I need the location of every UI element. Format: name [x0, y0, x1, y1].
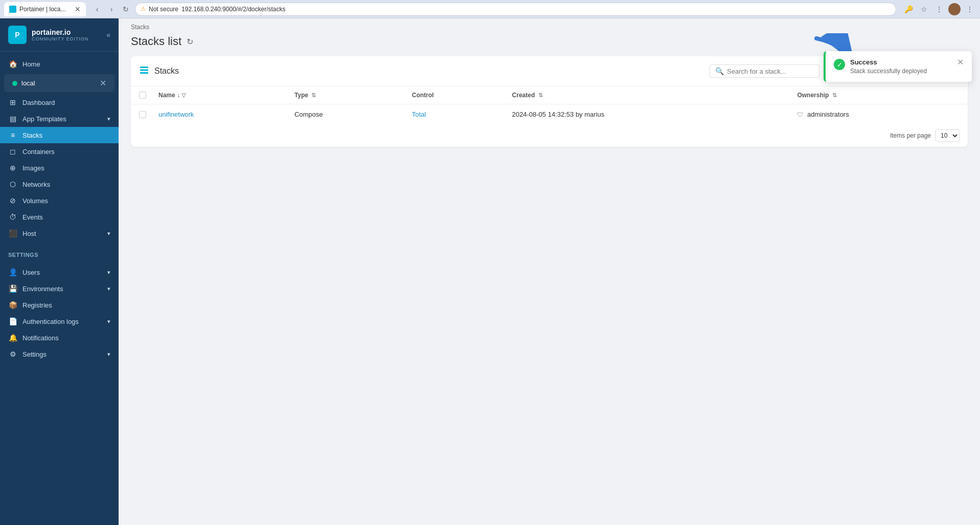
not-secure-icon: ⚠ — [141, 6, 146, 12]
logo-text: portainer.io COMMUNITY EDITION — [32, 28, 88, 41]
success-toast: ✓ Success Stack successfully deployed ✕ — [824, 51, 972, 82]
address-text: 192.168.0.240:9000/#/2/docker/stacks — [181, 6, 285, 13]
home-icon: 🏠 — [8, 60, 17, 68]
menu-icon[interactable]: ⋮ — [964, 3, 976, 15]
users-icon: 👤 — [8, 268, 17, 276]
sidebar-volumes-label: Volumes — [22, 197, 48, 205]
row-checkbox[interactable] — [139, 111, 146, 118]
browser-nav: ‹ › ↻ — [91, 3, 132, 15]
th-name[interactable]: Name ↓ ▽ — [150, 86, 286, 104]
address-bar[interactable]: ⚠ Not secure 192.168.0.240:9000/#/2/dock… — [135, 3, 896, 16]
key-icon[interactable]: 🔑 — [902, 3, 915, 15]
chevron-down-icon-env: ▾ — [107, 286, 110, 292]
search-input[interactable] — [727, 68, 814, 75]
stack-name-link[interactable]: unifinetwork — [158, 111, 194, 118]
td-name: unifinetwork — [150, 104, 286, 125]
sidebar-item-events[interactable]: ⏱ Events — [0, 209, 119, 225]
app-templates-icon: ▤ — [8, 115, 17, 123]
sidebar-logo: P portainer.io COMMUNITY EDITION « — [0, 18, 119, 52]
th-created[interactable]: Created ⇅ — [504, 86, 789, 104]
sidebar-host-label: Host — [22, 230, 36, 237]
table-header-row: Name ↓ ▽ Type ⇅ Control — [131, 86, 968, 104]
sidebar-item-host[interactable]: ⬛ Host ▾ — [0, 225, 119, 242]
images-icon: ⊕ — [8, 164, 17, 172]
filter-icon[interactable]: ▽ — [181, 92, 186, 98]
td-type: Compose — [286, 104, 404, 125]
browser-tab[interactable]: Portainer | loca... ✕ — [4, 2, 86, 16]
col-control-label: Control — [412, 92, 434, 99]
sidebar-users-label: Users — [22, 269, 40, 276]
toast-close-button[interactable]: ✕ — [957, 58, 964, 67]
th-checkbox — [131, 86, 150, 104]
bookmark-icon[interactable]: ☆ — [918, 3, 930, 15]
refresh-button[interactable]: ↻ — [187, 37, 193, 47]
select-all-checkbox[interactable] — [139, 92, 146, 99]
chevron-down-icon-users: ▾ — [107, 269, 110, 276]
sidebar-containers-label: Containers — [22, 148, 55, 156]
ownership-icon: 🛡 — [797, 111, 803, 118]
per-page-select[interactable]: 10 25 50 — [935, 129, 960, 142]
app-layout: P portainer.io COMMUNITY EDITION « 🏠 Hom… — [0, 18, 980, 525]
td-ownership: 🛡 administrators — [789, 104, 968, 125]
nav-forward-button[interactable]: › — [105, 3, 118, 15]
sidebar-notifications-label: Notifications — [22, 334, 59, 342]
sidebar-collapse-button[interactable]: « — [106, 31, 110, 39]
sidebar-item-containers[interactable]: ◻ Containers — [0, 143, 119, 160]
sidebar-events-label: Events — [22, 213, 43, 221]
col-type-label: Type — [294, 92, 308, 99]
toast-title: Success — [850, 58, 952, 66]
table-row: unifinetwork Compose Total 2024-08-05 14… — [131, 104, 968, 125]
sidebar-item-environments[interactable]: 💾 Environments ▾ — [0, 280, 119, 297]
auth-logs-icon: 📄 — [8, 317, 17, 325]
toast-container: ✓ Success Stack successfully deployed ✕ — [824, 51, 972, 82]
stacks-table-wrap: Name ↓ ▽ Type ⇅ Control — [131, 86, 968, 124]
stacks-card-icon — [139, 65, 149, 78]
col-name-label: Name ↓ — [158, 92, 180, 99]
sidebar-item-dashboard[interactable]: ⊞ Dashboard — [0, 94, 119, 111]
svg-rect-2 — [140, 72, 148, 74]
th-ownership[interactable]: Ownership ⇅ — [789, 86, 968, 104]
sort-type-icon: ⇅ — [311, 92, 316, 98]
main-content: Stacks Stacks list ↻ Stacks — [119, 18, 980, 525]
nav-back-button[interactable]: ‹ — [91, 3, 103, 15]
search-wrap[interactable]: 🔍 — [710, 64, 819, 78]
sidebar-item-volumes[interactable]: ⊘ Volumes — [0, 192, 119, 209]
content-area: Stacks 🔍 ⊘ Remove + Add stack — [119, 56, 980, 525]
td-control: Total — [404, 104, 504, 125]
sidebar-item-app-templates[interactable]: ▤ App Templates ▾ — [0, 111, 119, 127]
sidebar-environment[interactable]: local ✕ — [4, 74, 115, 92]
env-close-button[interactable]: ✕ — [100, 78, 106, 88]
sidebar-item-auth-logs[interactable]: 📄 Authentication logs ▾ — [0, 313, 119, 330]
sidebar-item-networks[interactable]: ⬡ Networks — [0, 176, 119, 192]
th-type[interactable]: Type ⇅ — [286, 86, 404, 104]
environments-icon: 💾 — [8, 285, 17, 293]
sidebar-auth-logs-label: Authentication logs — [22, 318, 79, 325]
sort-created-icon: ⇅ — [538, 92, 543, 98]
sidebar-settings-label: Settings — [22, 351, 47, 358]
sidebar-item-images[interactable]: ⊕ Images — [0, 160, 119, 176]
browser-actions: 🔑 ☆ ⋮ ⋮ — [902, 3, 976, 15]
sidebar-registries-label: Registries — [22, 301, 52, 309]
stack-type: Compose — [294, 111, 323, 118]
sidebar-item-home[interactable]: 🏠 Home — [0, 56, 119, 72]
logo-icon: P — [8, 26, 27, 44]
sidebar-main-section: 🏠 Home local ✕ ⊞ Dashboard ▤ App Templat… — [0, 52, 119, 246]
extensions-icon[interactable]: ⋮ — [933, 3, 945, 15]
tab-title: Portainer | loca... — [19, 6, 66, 13]
sidebar-stacks-label: Stacks — [22, 132, 42, 139]
pagination: Items per page 10 25 50 — [131, 124, 968, 147]
env-name: local — [21, 79, 96, 87]
sidebar-item-stacks[interactable]: ≡ Stacks — [0, 127, 119, 143]
sidebar-item-notifications[interactable]: 🔔 Notifications — [0, 330, 119, 346]
sidebar-item-registries[interactable]: 📦 Registries — [0, 297, 119, 313]
svg-rect-1 — [140, 69, 148, 71]
sort-ownership-icon: ⇅ — [832, 92, 837, 98]
sidebar-item-settings[interactable]: ⚙ Settings ▾ — [0, 346, 119, 362]
sidebar-environments-label: Environments — [22, 285, 63, 293]
logo-name: portainer.io — [32, 28, 88, 36]
tab-close-button[interactable]: ✕ — [75, 5, 81, 13]
nav-reload-button[interactable]: ↻ — [120, 3, 132, 15]
profile-avatar[interactable] — [948, 3, 961, 15]
sidebar-settings-section: 👤 Users ▾ 💾 Environments ▾ 📦 Registries … — [0, 260, 119, 366]
sidebar-item-users[interactable]: 👤 Users ▾ — [0, 264, 119, 280]
